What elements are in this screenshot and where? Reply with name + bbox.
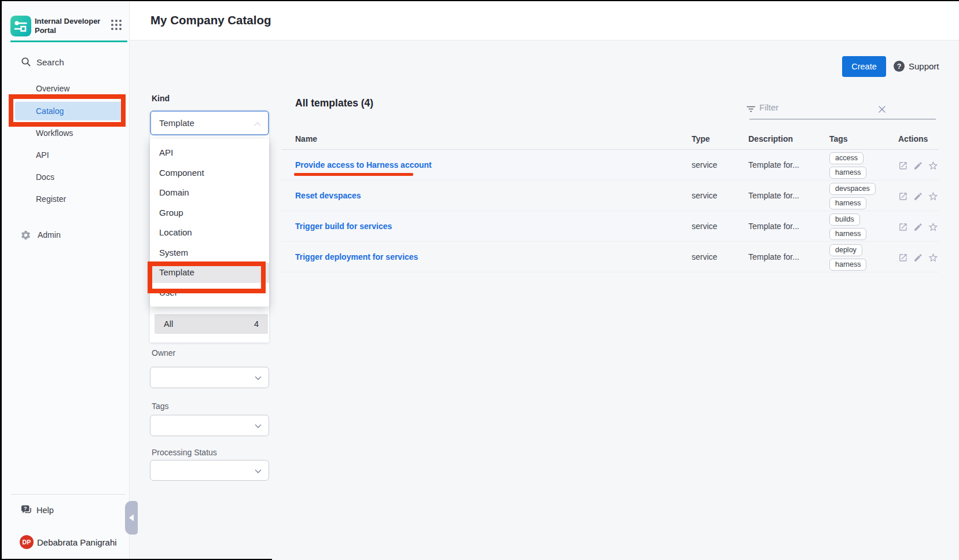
tag-chip[interactable]: builds: [829, 213, 860, 226]
column-header-description: Description: [748, 134, 829, 143]
search-icon: [21, 57, 31, 67]
owner-select[interactable]: [150, 367, 269, 388]
sidebar: Internal Developer Portal Search Overvie…: [0, 0, 130, 560]
template-link[interactable]: Trigger build for services: [281, 211, 692, 242]
help-label: Help: [36, 506, 54, 515]
all-label: All: [164, 314, 173, 334]
filter-underline: [749, 119, 936, 120]
chevron-down-icon: [253, 374, 263, 383]
open-in-new-icon[interactable]: [898, 191, 908, 201]
brand-title: Internal Developer Portal: [35, 17, 104, 35]
template-link[interactable]: Reset devspaces: [281, 180, 692, 212]
sidebar-item-help[interactable]: ? Help: [0, 503, 116, 518]
column-header-name: Name: [281, 134, 692, 143]
user-name: Debabrata Panigrahi: [37, 537, 117, 547]
table-row: Provide access to Harness account servic…: [281, 150, 939, 180]
search-label: Search: [36, 57, 64, 67]
sidebar-item-workflows[interactable]: Workflows: [15, 124, 125, 142]
star-icon[interactable]: [928, 222, 939, 233]
kind-dropdown-menu: API Component Domain Group Location Syst…: [150, 139, 269, 307]
chevron-up-icon: [253, 119, 262, 128]
tag-chip[interactable]: devspaces: [829, 183, 876, 195]
open-in-new-icon[interactable]: [898, 222, 908, 232]
user-profile[interactable]: DP Debabrata Panigrahi: [0, 535, 130, 551]
kind-option-domain[interactable]: Domain: [150, 183, 269, 203]
sidebar-item-admin[interactable]: Admin: [0, 228, 130, 243]
admin-label: Admin: [38, 230, 61, 240]
tag-chip[interactable]: harness: [829, 259, 866, 271]
collapse-left-arrow-icon: [129, 514, 134, 521]
sidebar-item-overview[interactable]: Overview: [15, 79, 125, 98]
kind-count-row-all[interactable]: All 4: [155, 314, 268, 334]
description-cell: Template for...: [748, 211, 829, 242]
tags-cell: builds harness: [829, 211, 898, 242]
edit-pencil-icon[interactable]: [913, 253, 923, 263]
annotation-underline: [294, 173, 413, 176]
clear-filter-icon[interactable]: [877, 105, 887, 114]
tag-chip[interactable]: harness: [829, 167, 866, 179]
table-row: Trigger build for services service Templ…: [281, 211, 939, 242]
template-link[interactable]: Trigger deployment for services: [281, 242, 692, 273]
actions-cell: [898, 242, 939, 273]
type-cell: service: [692, 180, 748, 212]
owner-filter-label: Owner: [152, 348, 175, 358]
gear-icon: [20, 230, 31, 241]
table-header-row: Name Type Description Tags Actions: [281, 128, 939, 150]
processing-status-select[interactable]: [150, 460, 269, 481]
top-bar: My Company Catalog: [130, 0, 959, 40]
column-header-tags: Tags: [829, 134, 898, 143]
tags-cell: access harness: [829, 150, 898, 181]
star-icon[interactable]: [928, 191, 939, 202]
tags-cell: devspaces harness: [829, 180, 898, 212]
sidebar-item-api[interactable]: API: [15, 146, 125, 164]
kind-option-template[interactable]: Template: [150, 263, 269, 283]
star-icon[interactable]: [928, 252, 939, 263]
description-cell: Template for...: [748, 242, 829, 273]
edit-pencil-icon[interactable]: [913, 191, 923, 201]
sidebar-search[interactable]: Search: [0, 56, 130, 73]
sidebar-collapse-handle[interactable]: [125, 501, 138, 535]
description-cell: Template for...: [748, 180, 829, 212]
kind-option-component[interactable]: Component: [150, 163, 269, 183]
sidebar-item-catalog[interactable]: Catalog: [15, 102, 125, 120]
tag-chip[interactable]: deploy: [829, 244, 862, 256]
svg-text:?: ?: [24, 506, 27, 511]
kind-option-user[interactable]: User: [150, 283, 269, 303]
edit-pencil-icon[interactable]: [913, 161, 923, 171]
tags-filter-label: Tags: [152, 401, 169, 411]
tag-chip[interactable]: harness: [829, 197, 866, 209]
kind-select[interactable]: Template: [150, 110, 269, 135]
template-link[interactable]: Provide access to Harness account: [281, 150, 692, 181]
kind-option-system[interactable]: System: [150, 243, 269, 263]
kind-option-api[interactable]: API: [150, 143, 269, 163]
apps-grid-icon[interactable]: [110, 19, 123, 31]
brand-divider: [10, 40, 127, 42]
sidebar-bottom-divider: [10, 494, 126, 495]
column-header-type: Type: [692, 134, 748, 143]
chevron-down-icon: [253, 422, 263, 431]
actions-cell: [898, 150, 939, 181]
actions-cell: [898, 211, 939, 242]
tags-select[interactable]: [150, 415, 269, 436]
page-title: My Company Catalog: [150, 0, 271, 40]
window-frame-top: [0, 0, 959, 1]
tag-chip[interactable]: access: [829, 152, 864, 164]
open-in-new-icon[interactable]: [898, 161, 908, 171]
open-in-new-icon[interactable]: [898, 253, 908, 263]
table-row: Trigger deployment for services service …: [281, 242, 939, 272]
star-icon[interactable]: [928, 160, 939, 171]
all-count: 4: [254, 314, 259, 334]
window-frame-left: [0, 0, 2, 560]
user-avatar: DP: [20, 535, 34, 549]
description-cell: Template for...: [748, 150, 829, 181]
create-button[interactable]: Create: [842, 56, 886, 77]
edit-pencil-icon[interactable]: [913, 222, 923, 232]
chevron-down-icon: [253, 467, 263, 476]
sidebar-item-docs[interactable]: Docs: [15, 168, 125, 186]
table-row: Reset devspaces service Template for... …: [281, 180, 939, 211]
table-filter-input[interactable]: [759, 102, 864, 112]
tag-chip[interactable]: harness: [829, 228, 866, 240]
kind-option-group[interactable]: Group: [150, 203, 269, 223]
kind-option-location[interactable]: Location: [150, 223, 269, 243]
sidebar-item-register[interactable]: Register: [15, 190, 125, 208]
